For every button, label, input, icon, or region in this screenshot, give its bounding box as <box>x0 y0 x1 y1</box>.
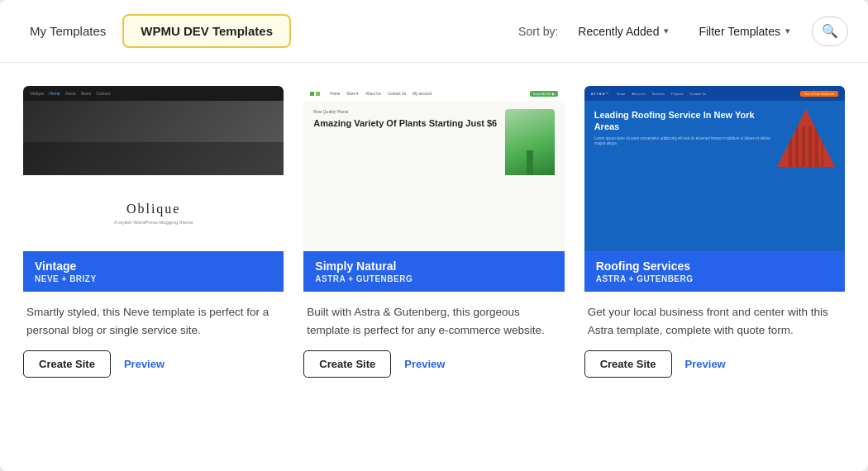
oblique-brand: Oblique <box>126 202 181 216</box>
card-sub-roofing: ASTRA + GUTENBERG <box>596 274 833 283</box>
card-thumbnail-vintage: Oblique Home About News Contact Oblique … <box>23 86 284 251</box>
natural-heading: Amazing Variety Of Plants Starting Just … <box>313 117 498 129</box>
card-title-natural: Simply Natural <box>315 259 552 273</box>
card-sub-vintage: NEVE + BRIZY <box>35 274 272 283</box>
natural-body: Best Quality Plants Amazing Variety Of P… <box>303 101 564 251</box>
card-actions-natural: Create Site Preview <box>303 347 564 384</box>
sort-dropdown[interactable]: Recently Added ▾ <box>570 20 677 43</box>
preview-vintage[interactable]: Preview <box>124 351 165 377</box>
roofing-body: Leading Roofing Service In New York Area… <box>584 101 845 251</box>
card-actions-roofing: Create Site Preview <box>584 347 845 384</box>
sort-label: Sort by: <box>518 25 558 38</box>
card-vintage: Oblique Home About News Contact Oblique … <box>23 86 284 384</box>
sim-nav-roofing: ATTAB™ Home About Us Services Projects C… <box>584 86 845 101</box>
filter-chevron-icon: ▾ <box>785 26 790 36</box>
filter-dropdown[interactable]: Filter Templates ▾ <box>690 20 799 43</box>
nav-my-templates[interactable]: My Templates <box>20 17 116 45</box>
roof-triangle-icon <box>777 109 835 167</box>
roofing-subtext: Lorem ipsum dolor sit amet consectetur a… <box>594 136 770 147</box>
sim-nav-natural: Home Store ▾ About Us Contact Us My acco… <box>303 86 564 101</box>
search-icon: 🔍 <box>822 23 838 39</box>
sort-chevron-icon: ▾ <box>664 26 669 36</box>
preview-natural[interactable]: Preview <box>404 351 445 377</box>
preview-roofing[interactable]: Preview <box>685 351 726 377</box>
oblique-content: Oblique A stylish WordPress blogging the… <box>23 175 284 251</box>
card-thumbnail-roofing: ATTAB™ Home About Us Services Projects C… <box>584 86 845 251</box>
natural-plant-image <box>505 109 555 175</box>
roofing-text: Leading Roofing Service In New York Area… <box>594 109 770 243</box>
create-site-roofing[interactable]: Create Site <box>584 350 672 378</box>
card-label-roofing: Roofing Services ASTRA + GUTENBERG <box>584 251 845 292</box>
nav-bar: My Templates WPMU DEV Templates Sort by:… <box>0 0 868 63</box>
natural-text: Best Quality Plants Amazing Variety Of P… <box>313 109 498 243</box>
create-site-natural[interactable]: Create Site <box>303 350 391 378</box>
card-desc-vintage: Smartly styled, this Neve template is pe… <box>23 292 284 347</box>
card-simply-natural: Home Store ▾ About Us Contact Us My acco… <box>303 86 564 384</box>
roofing-image <box>777 109 835 175</box>
nav-wpmu-dev-templates[interactable]: WPMU DEV Templates <box>122 14 291 48</box>
card-roofing: ATTAB™ Home About Us Services Projects C… <box>584 86 845 384</box>
card-title-roofing: Roofing Services <box>596 259 833 273</box>
create-site-vintage[interactable]: Create Site <box>23 350 111 378</box>
cards-grid: Oblique Home About News Contact Oblique … <box>0 63 868 384</box>
card-title-vintage: Vintage <box>35 259 272 273</box>
card-actions-vintage: Create Site Preview <box>23 347 284 384</box>
card-sub-natural: ASTRA + GUTENBERG <box>315 274 552 283</box>
natural-logo <box>310 92 320 96</box>
card-desc-roofing: Get your local business front and center… <box>584 292 845 347</box>
natural-tag: Best Quality Plants <box>313 109 498 114</box>
sim-nav-oblique: Oblique Home About News Contact <box>23 86 284 101</box>
oblique-hero-image <box>23 101 284 175</box>
card-desc-natural: Built with Astra & Gutenberg, this gorge… <box>303 292 564 347</box>
sort-value: Recently Added <box>578 25 659 38</box>
roofing-heading: Leading Roofing Service In New York Area… <box>594 109 770 133</box>
filter-label: Filter Templates <box>699 25 780 38</box>
card-label-vintage: Vintage NEVE + BRIZY <box>23 251 284 292</box>
oblique-tagline: A stylish WordPress blogging theme <box>114 220 193 225</box>
search-button[interactable]: 🔍 <box>812 17 848 46</box>
card-label-natural: Simply Natural ASTRA + GUTENBERG <box>303 251 564 292</box>
card-thumbnail-natural: Home Store ▾ About Us Contact Us My acco… <box>303 86 564 251</box>
main-container: My Templates WPMU DEV Templates Sort by:… <box>0 0 868 471</box>
